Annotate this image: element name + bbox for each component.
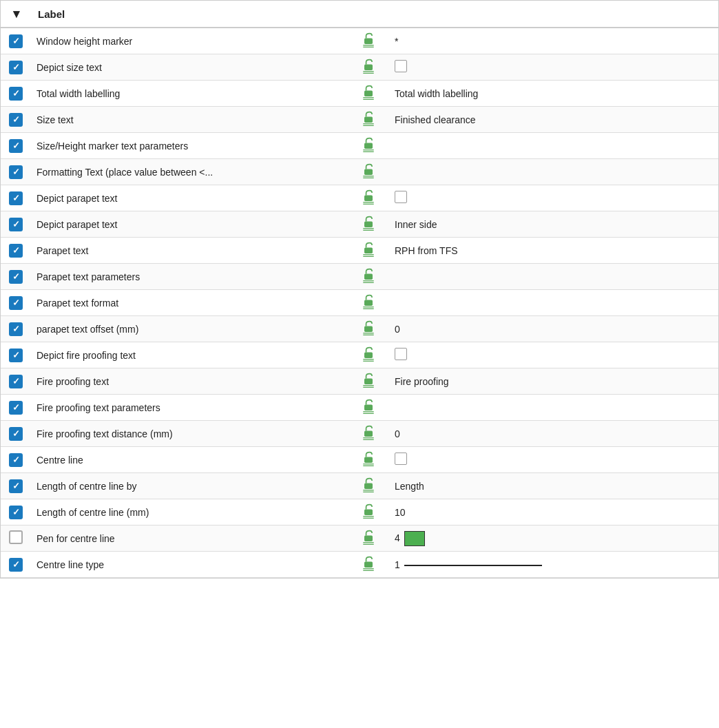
table-row: Window height marker *	[1, 28, 718, 54]
checkbox-centre-line[interactable]	[9, 453, 23, 467]
checkbox-length-of-centre-line-by[interactable]	[9, 479, 23, 493]
checkbox-fire-proofing-text-distance[interactable]	[9, 427, 23, 441]
checkbox-fire-proofing-text[interactable]	[9, 375, 23, 388]
icon-cell-length-of-centre-line-mm[interactable]	[348, 499, 389, 526]
checkbox-cell-parapet-text	[1, 238, 31, 264]
icon-cell-parapet-text-format[interactable]	[348, 290, 389, 316]
checkbox-cell-centre-line	[1, 447, 31, 473]
lock-settings-icon	[360, 398, 377, 415]
checkbox-depict-parapet-text-1[interactable]	[9, 191, 23, 205]
icon-cell-pen-for-centre-line[interactable]	[348, 526, 389, 552]
checkbox-window-height-marker[interactable]	[9, 34, 23, 48]
row-label-size-text: Size text	[37, 114, 74, 125]
checkbox-size-text[interactable]	[9, 113, 23, 127]
checkbox-cell-depict-parapet-text-1	[1, 185, 31, 211]
svg-rect-18	[364, 195, 373, 201]
icon-cell-depict-parapet-text-2[interactable]	[348, 211, 389, 238]
label-cell-pen-for-centre-line: Pen for centre line	[31, 526, 348, 552]
label-cell-parapet-text-parameters: Parapet text parameters	[31, 264, 348, 290]
lock-settings-icon	[360, 503, 377, 519]
icon-cell-depict-fire-proofing-text[interactable]	[348, 342, 389, 368]
table-row: Fire proofing text distance (mm) 0	[1, 421, 718, 447]
checkbox-total-width-labelling[interactable]	[9, 87, 23, 101]
color-swatch-pen-for-centre-line[interactable]	[404, 531, 425, 546]
svg-rect-42	[364, 404, 373, 410]
checkbox-formatting-text[interactable]	[9, 165, 23, 179]
svg-rect-60	[364, 561, 373, 568]
label-cell-size-text: Size text	[31, 107, 348, 133]
chevron-icon[interactable]: ▾	[13, 7, 19, 21]
value-cell-depict-fire-proofing-text	[389, 342, 718, 368]
table-row: parapet text offset (mm) 0	[1, 316, 718, 342]
value-text-length-of-centre-line-by: Length	[395, 481, 424, 492]
svg-rect-3	[364, 64, 373, 70]
table-row: Formatting Text (place value between <..…	[1, 159, 718, 185]
checkbox-parapet-text[interactable]	[9, 244, 23, 258]
checkbox-cell-depict-parapet-text-2	[1, 211, 31, 238]
value-cell-depict-size-text	[389, 54, 718, 81]
value-checkbox-centre-line[interactable]	[395, 453, 407, 465]
icon-cell-window-height-marker[interactable]	[348, 28, 389, 54]
checkbox-parapet-text-offset[interactable]	[9, 322, 23, 336]
icon-cell-size-text[interactable]	[348, 107, 389, 133]
checkbox-depict-size-text[interactable]	[9, 61, 23, 74]
value-cell-formatting-text	[389, 159, 718, 185]
label-cell-centre-line: Centre line	[31, 447, 348, 473]
checkbox-cell-formatting-text	[1, 159, 31, 185]
icon-cell-fire-proofing-text[interactable]	[348, 368, 389, 395]
row-label-fire-proofing-text-distance: Fire proofing text distance (mm)	[37, 428, 173, 439]
checkbox-size-height-marker-text-params[interactable]	[9, 139, 23, 153]
checkbox-length-of-centre-line-mm[interactable]	[9, 506, 23, 519]
svg-rect-27	[364, 273, 373, 280]
checkbox-cell-window-height-marker	[1, 28, 31, 54]
icon-cell-parapet-text-parameters[interactable]	[348, 264, 389, 290]
value-text-depict-parapet-text-2: Inner side	[395, 219, 437, 230]
checkbox-fire-proofing-text-parameters[interactable]	[9, 401, 23, 415]
icon-cell-fire-proofing-text-distance[interactable]	[348, 421, 389, 447]
checkbox-depict-fire-proofing-text[interactable]	[9, 349, 23, 362]
value-text-centre-line-type: 1	[395, 559, 400, 570]
value-cell-parapet-text-offset: 0	[389, 316, 718, 342]
value-cell-total-width-labelling: Total width labelling	[389, 81, 718, 107]
lock-settings-icon	[360, 110, 377, 127]
icon-cell-parapet-text[interactable]	[348, 238, 389, 264]
icon-cell-depict-size-text[interactable]	[348, 54, 389, 81]
value-cell-pen-for-centre-line: 4	[389, 526, 718, 552]
checkbox-parapet-text-format[interactable]	[9, 296, 23, 310]
icon-cell-centre-line[interactable]	[348, 447, 389, 473]
value-checkbox-depict-fire-proofing-text[interactable]	[395, 348, 407, 360]
icon-cell-total-width-labelling[interactable]	[348, 81, 389, 107]
icon-cell-fire-proofing-text-parameters[interactable]	[348, 395, 389, 421]
icon-cell-size-height-marker-text-params[interactable]	[348, 133, 389, 159]
value-cell-centre-line-type: 1	[389, 552, 718, 578]
svg-rect-15	[364, 169, 373, 175]
svg-rect-48	[364, 457, 373, 463]
icon-cell-centre-line-type[interactable]	[348, 552, 389, 578]
table-row: Parapet text format	[1, 290, 718, 316]
lock-settings-icon	[360, 424, 377, 441]
checkbox-centre-line-type[interactable]	[9, 558, 23, 572]
table-row: Centre line type 1	[1, 552, 718, 578]
checkbox-depict-parapet-text-2[interactable]	[9, 218, 23, 231]
lock-settings-icon	[360, 450, 377, 467]
svg-rect-39	[364, 378, 373, 384]
icon-cell-formatting-text[interactable]	[348, 159, 389, 185]
icon-cell-parapet-text-offset[interactable]	[348, 316, 389, 342]
svg-rect-0	[364, 38, 373, 44]
checkbox-cell-fire-proofing-text-parameters	[1, 395, 31, 421]
icon-cell-depict-parapet-text-1[interactable]	[348, 185, 389, 211]
table-row: Pen for centre line 4	[1, 526, 718, 552]
icon-cell-length-of-centre-line-by[interactable]	[348, 473, 389, 499]
header-chevron-cell[interactable]: ▾	[1, 1, 31, 28]
label-cell-depict-size-text: Depict size text	[31, 54, 348, 81]
value-checkbox-depict-size-text[interactable]	[395, 60, 407, 72]
checkbox-pen-for-centre-line[interactable]	[9, 530, 23, 544]
row-label-length-of-centre-line-mm: Length of centre line (mm)	[37, 507, 149, 518]
row-label-fire-proofing-text-parameters: Fire proofing text parameters	[37, 402, 160, 413]
value-checkbox-depict-parapet-text-1[interactable]	[395, 191, 407, 203]
label-cell-fire-proofing-text: Fire proofing text	[31, 368, 348, 395]
lock-settings-icon	[360, 84, 377, 101]
value-text-parapet-text: RPH from TFS	[395, 245, 458, 256]
checkbox-cell-pen-for-centre-line	[1, 526, 31, 552]
checkbox-parapet-text-parameters[interactable]	[9, 270, 23, 284]
